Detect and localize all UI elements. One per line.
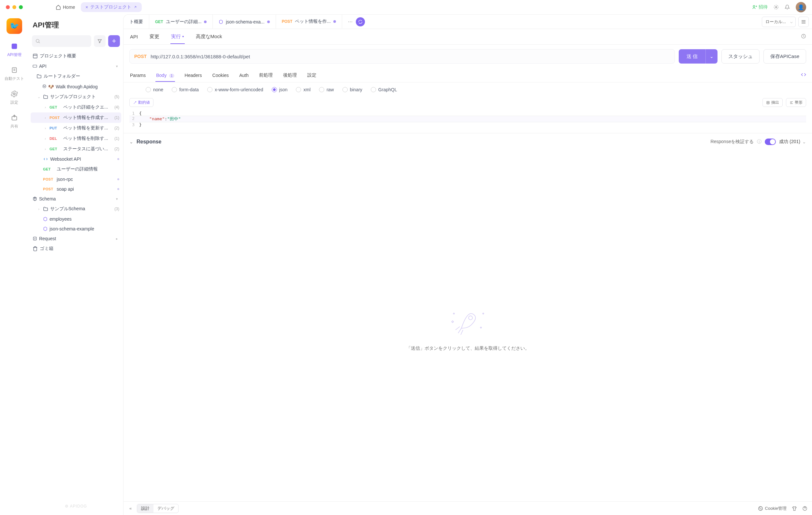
settings-button[interactable] xyxy=(774,5,779,10)
subtab-api[interactable]: API xyxy=(129,30,139,44)
add-button[interactable]: + xyxy=(108,35,120,47)
filter-button[interactable] xyxy=(94,35,106,47)
history-button[interactable] xyxy=(801,34,806,40)
help-icon[interactable]: ⓘ xyxy=(757,139,761,145)
close-window[interactable] xyxy=(6,5,10,9)
env-menu-button[interactable] xyxy=(798,17,809,27)
tree-label: サンプルプロジェクト xyxy=(50,94,112,100)
body-type-x-www-form[interactable]: x-www-form-urlencoded xyxy=(207,87,263,92)
maximize-window[interactable] xyxy=(19,5,23,9)
cog-icon xyxy=(11,90,18,97)
root-folder[interactable]: ルートフォルダー xyxy=(31,71,121,82)
user-detail-item[interactable]: GET ユーザーの詳細情報 xyxy=(31,164,121,174)
content-tab[interactable]: json-schema-exa... xyxy=(213,15,276,29)
collapse-chevron[interactable]: ⌄ xyxy=(129,139,133,144)
format-icon xyxy=(789,101,793,105)
close-icon[interactable]: × xyxy=(85,5,88,10)
send-label: 送 信 xyxy=(679,53,705,60)
debug-mode-button[interactable]: デバッグ xyxy=(153,504,178,513)
url-input[interactable]: POST http://127.0.0.1:3658/m1/361888-0-d… xyxy=(129,49,675,63)
reqtab-headers[interactable]: Headers xyxy=(184,69,203,82)
jsonrpc-item[interactable]: POST json-rpc xyxy=(31,174,121,184)
verify-label: Responseを検証する xyxy=(710,139,754,145)
extract-button[interactable]: 抽出 xyxy=(762,98,783,107)
body-type-none[interactable]: none xyxy=(146,87,163,92)
content-tab[interactable]: POSTペット情報を作... xyxy=(276,15,342,29)
rail-api-mgmt[interactable]: API管理 xyxy=(7,42,21,58)
reqtab-cookies[interactable]: Cookies xyxy=(212,69,230,82)
tree-label: soap api xyxy=(57,187,115,192)
design-mode-button[interactable]: 設計 xyxy=(137,504,153,513)
minimize-window[interactable] xyxy=(12,5,16,9)
rail-settings[interactable]: 設定 xyxy=(10,89,19,105)
help-button[interactable] xyxy=(802,506,807,511)
soap-item[interactable]: POST soap api xyxy=(31,184,121,194)
api-section[interactable]: API ▾ xyxy=(31,61,121,71)
collapse-panel-button[interactable]: « xyxy=(128,505,133,512)
body-type-xml[interactable]: xml xyxy=(296,87,311,92)
menu-icon xyxy=(801,19,806,24)
sample-schema-folder[interactable]: › サンプルSchema (3) xyxy=(31,204,121,214)
reqtab-body[interactable]: Body 1 xyxy=(155,69,175,82)
stash-button[interactable]: スタッシュ xyxy=(721,49,759,63)
api-tree-item[interactable]: › PUT ペット情報を更新す... (2) xyxy=(31,123,121,133)
json-editor[interactable]: 1{2 "name":"田中"3} xyxy=(123,110,812,133)
reqtab-post[interactable]: 後処理 xyxy=(283,69,297,82)
content-tab[interactable]: GETユーザーの詳細... xyxy=(149,15,213,29)
cookie-mgmt-button[interactable]: Cookie管理 xyxy=(758,506,787,511)
reqtab-auth[interactable]: Auth xyxy=(238,69,249,82)
code-button[interactable] xyxy=(801,72,806,78)
reqtab-settings[interactable]: 設定 xyxy=(307,69,317,82)
refresh-button[interactable] xyxy=(356,17,365,26)
api-tree-item[interactable]: › DEL ペット情報を削除す... (1) xyxy=(31,133,121,144)
format-button[interactable]: 整形 xyxy=(786,98,806,107)
app-logo[interactable]: 🐦 xyxy=(6,18,22,34)
body-type-raw[interactable]: raw xyxy=(319,87,334,92)
more-tabs-button[interactable]: ⋯ xyxy=(348,19,353,24)
schema-section[interactable]: Schema ▾ xyxy=(31,194,121,204)
search-input[interactable] xyxy=(32,35,91,47)
api-tree-item[interactable]: › POST ペット情報を作成す... (1) xyxy=(31,112,121,123)
json-schema-example[interactable]: json-schema-example xyxy=(31,224,121,234)
subtab-run[interactable]: 実行 • xyxy=(170,30,184,44)
dynamic-label: 動的値 xyxy=(138,100,150,105)
tree-label: ルートフォルダー xyxy=(44,73,119,79)
subtab-mock[interactable]: 高度なMock xyxy=(195,30,223,44)
folder-icon xyxy=(43,94,48,99)
body-type-binary[interactable]: binary xyxy=(343,87,362,92)
request-section[interactable]: Request ▸ xyxy=(31,234,121,244)
response-status-select[interactable]: 成功 (201) ⌄ xyxy=(779,139,806,145)
reqtab-pre[interactable]: 前処理 xyxy=(258,69,273,82)
save-api-case-button[interactable]: 保存APICase xyxy=(763,49,806,63)
invite-link[interactable]: 招待 xyxy=(752,4,768,10)
send-button[interactable]: 送 信 ⌄ xyxy=(679,49,718,63)
api-tree-item[interactable]: › GET ステータスに基づい... (2) xyxy=(31,144,121,154)
environment-select[interactable]: ローカル... xyxy=(762,17,796,27)
trash[interactable]: ゴミ箱 xyxy=(31,244,121,254)
websocket-item[interactable]: Websocket API xyxy=(31,154,121,164)
home-tab[interactable]: Home xyxy=(53,3,78,12)
tree-label: プロジェクト概要 xyxy=(40,53,119,59)
reqtab-params[interactable]: Params xyxy=(129,69,146,82)
rail-auto-test[interactable]: 自動テスト xyxy=(5,65,24,82)
api-badge-icon xyxy=(33,64,37,68)
svg-point-0 xyxy=(753,5,755,7)
rail-share[interactable]: 共有 xyxy=(10,113,19,129)
body-type-graphql[interactable]: GraphQL xyxy=(371,87,397,92)
project-tab[interactable]: × テストプロジェクト xyxy=(81,2,141,12)
project-overview[interactable]: プロジェクト概要 xyxy=(31,51,121,61)
content-tab[interactable]: ト概要 xyxy=(123,15,149,29)
verify-switch[interactable] xyxy=(765,139,776,145)
dynamic-value-button[interactable]: 動的値 xyxy=(129,98,153,107)
body-type-form-data[interactable]: form-data xyxy=(172,87,199,92)
employees-schema[interactable]: employees xyxy=(31,214,121,224)
send-dropdown[interactable]: ⌄ xyxy=(705,49,718,63)
subtab-change[interactable]: 変更 xyxy=(149,30,160,44)
body-type-json[interactable]: json xyxy=(272,87,288,92)
sample-project-folder[interactable]: ⌄ サンプルプロジェクト (5) xyxy=(31,92,121,102)
walk-through[interactable]: Ⓜ 🐶 Walk through Apidog xyxy=(31,82,121,92)
user-avatar[interactable]: 👤 xyxy=(796,2,806,12)
shirt-button[interactable] xyxy=(792,506,797,511)
notifications-button[interactable] xyxy=(785,5,790,10)
api-tree-item[interactable]: › GET ペットの詳細をクエ... (4) xyxy=(31,102,121,112)
